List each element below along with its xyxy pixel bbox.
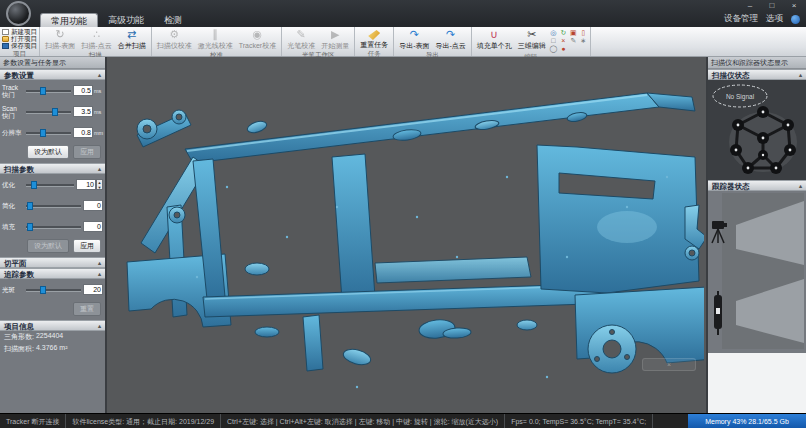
scan-surface-button[interactable]: ↻ 扫描-表面	[42, 27, 78, 51]
track-shutter-unit: ms	[93, 88, 103, 94]
pen-calibration-button[interactable]: ✎ 光笔校准	[284, 27, 318, 51]
viewport-3d[interactable]: ×	[107, 57, 706, 413]
tab-inspection[interactable]: 检测	[154, 13, 192, 27]
fps-temperature-status: Fps= 0.0; TempS= 36.5°C; TempT= 35.4°C;	[505, 414, 653, 428]
scan-pointcloud-button[interactable]: ∴ 扫描-点云	[78, 27, 114, 51]
memory-usage-badge: Memory 43% 28.1/65.5 Gb	[688, 414, 806, 428]
collapse-caret-icon: ▴	[98, 164, 101, 173]
titlebar: – □ × 常用功能 高级功能 检测 设备管理 选项	[0, 0, 806, 27]
simplify-slider[interactable]	[26, 201, 81, 211]
group-scan: ↻ 扫描-表面 ∴ 扫描-点云 ⇄ 合并扫描 扫描	[40, 27, 152, 56]
model-3d-view[interactable]	[107, 57, 704, 413]
export-surface-button[interactable]: ↷ 导出-表面	[396, 27, 432, 51]
optimize-value[interactable]: 10	[76, 179, 96, 190]
scanner-device-image: No Signal	[708, 80, 806, 180]
window-controls: – □ ×	[740, 0, 804, 12]
triangle-count-label: 三角形数:	[4, 332, 34, 342]
track-shutter-value[interactable]: 0.5	[73, 85, 93, 96]
export-pointcloud-button[interactable]: ↷ 导出-点云	[433, 27, 469, 51]
apply-button[interactable]: 应用	[73, 145, 101, 159]
record-dot-icon[interactable]: ●	[559, 45, 568, 53]
fill-slider[interactable]	[26, 222, 81, 232]
section-header-project-info[interactable]: 项目信息 ▴	[0, 320, 105, 331]
collapse-caret-icon: ▴	[98, 70, 101, 79]
set-default-button-2[interactable]: 设为默认	[27, 239, 69, 253]
resolution-value[interactable]: 0.8	[73, 127, 93, 138]
light-spot-slider[interactable]	[26, 285, 81, 295]
optimize-spinner[interactable]: ▲▼	[96, 179, 103, 190]
tracker-side-icon	[714, 291, 722, 335]
start-measure-button[interactable]: ▶ 开始测量	[318, 27, 352, 51]
trash-icon[interactable]: ▯	[579, 29, 588, 37]
settings-mini-icon[interactable]: ∗	[579, 37, 588, 45]
minimize-button[interactable]: –	[740, 0, 760, 11]
resolution-slider[interactable]	[26, 128, 71, 138]
gear-icon: ⚙	[169, 28, 179, 41]
license-status: 软件license类型: 通用；截止日期: 2019/12/29	[66, 414, 221, 428]
section-title: 扫描参数	[4, 164, 34, 173]
maximize-button[interactable]: □	[762, 0, 782, 11]
tab-common-functions[interactable]: 常用功能	[40, 13, 98, 27]
edit-3d-button[interactable]: ✂ 三维编辑	[515, 27, 549, 53]
device-manager-link[interactable]: 设备管理	[724, 13, 758, 25]
mouse-hints: Ctrl+左键: 选择 | Ctrl+Alt+左键: 取消选择 | 左键: 移动…	[221, 414, 505, 428]
left-parameter-panel: 参数设置与任务显示 参数设置 ▴ Track 快门 0.5 ms Scan 快门…	[0, 57, 107, 413]
collapse-caret-icon: ▴	[799, 181, 802, 190]
close-button[interactable]: ×	[784, 0, 804, 11]
scissors-icon: ✂	[527, 28, 536, 41]
section-header-tracking-params[interactable]: 追踪参数 ▴	[0, 268, 105, 279]
options-link[interactable]: 选项	[766, 13, 783, 25]
scanner-calibration-button[interactable]: ⚙ 扫描仪校准	[154, 27, 195, 51]
scan-area-row: 扫描面积: 4.3766 m²	[0, 343, 105, 355]
section-header-tracker-status[interactable]: 跟踪器状态 ▴	[708, 180, 806, 191]
scan-pointcloud-icon: ∴	[93, 28, 100, 41]
fill-value[interactable]: 0	[83, 221, 103, 232]
no-signal-text: No Signal	[726, 93, 755, 101]
light-spot-value[interactable]: 20	[83, 284, 103, 295]
apply-button-2[interactable]: 应用	[73, 239, 101, 253]
track-shutter-slider[interactable]	[26, 86, 71, 96]
pill-close-icon[interactable]: ×	[667, 361, 671, 368]
tab-advanced-functions[interactable]: 高级功能	[98, 13, 154, 27]
floppy-icon	[2, 43, 9, 49]
simplify-row: 简化 0	[0, 195, 105, 216]
flag-icon[interactable]: ▣	[569, 29, 578, 37]
section-header-scanner-status[interactable]: 扫描仪状态 ▴	[708, 69, 806, 80]
open-project-button[interactable]: 打开项目	[2, 35, 37, 42]
reset-task-button[interactable]: 重置任务	[357, 27, 391, 50]
section-header-scan-params[interactable]: 扫描参数 ▴	[0, 163, 105, 174]
tracker-calibration-button[interactable]: ◉ Tracker校准	[236, 27, 279, 51]
collapse-caret-icon: ▴	[98, 269, 101, 278]
reset-button[interactable]: 重置	[73, 302, 101, 316]
section-header-parameters[interactable]: 参数设置 ▴	[0, 69, 105, 80]
track-shutter-label: Track 快门	[2, 84, 24, 98]
refresh-icon[interactable]: ↻	[559, 29, 568, 37]
simplify-value[interactable]: 0	[83, 200, 103, 211]
titlebar-right-links: 设备管理 选项	[724, 13, 800, 25]
scan-shutter-value[interactable]: 3.5	[73, 106, 93, 117]
set-default-button[interactable]: 设为默认	[27, 145, 69, 159]
section-title: 切平面	[4, 258, 27, 267]
cancel-icon[interactable]: ×	[559, 37, 568, 45]
help-icon[interactable]	[791, 15, 800, 24]
app-logo-icon[interactable]	[6, 1, 31, 26]
select-circle-icon[interactable]: ◎	[549, 29, 558, 37]
optimize-slider[interactable]	[26, 180, 74, 190]
viewport-floating-toolbar[interactable]: ×	[642, 358, 696, 371]
collapse-caret-icon: ▴	[799, 70, 802, 79]
magnet-icon: ∪	[490, 28, 498, 41]
select-lasso-icon[interactable]: ◯	[549, 45, 558, 53]
scan-shutter-slider[interactable]	[26, 107, 71, 117]
merge-scan-button[interactable]: ⇄ 合并扫描	[115, 27, 149, 51]
triangle-count-value: 2254404	[34, 332, 63, 342]
new-project-button[interactable]: 新建项目	[2, 28, 37, 35]
car-body-frame-scan	[127, 93, 704, 373]
collapse-caret-icon: ▴	[98, 321, 101, 330]
save-project-button[interactable]: 保存项目	[2, 42, 37, 49]
select-rect-icon[interactable]: □	[549, 37, 558, 45]
edit-pencil-icon[interactable]: ✎	[569, 37, 578, 45]
fill-single-hole-button[interactable]: ∪ 填充单个孔	[474, 27, 515, 53]
laser-calibration-button[interactable]: ∥ 激光线校准	[195, 27, 236, 51]
section-header-clip-plane[interactable]: 切平面 ▴	[0, 257, 105, 268]
simplify-label: 简化	[2, 202, 24, 209]
